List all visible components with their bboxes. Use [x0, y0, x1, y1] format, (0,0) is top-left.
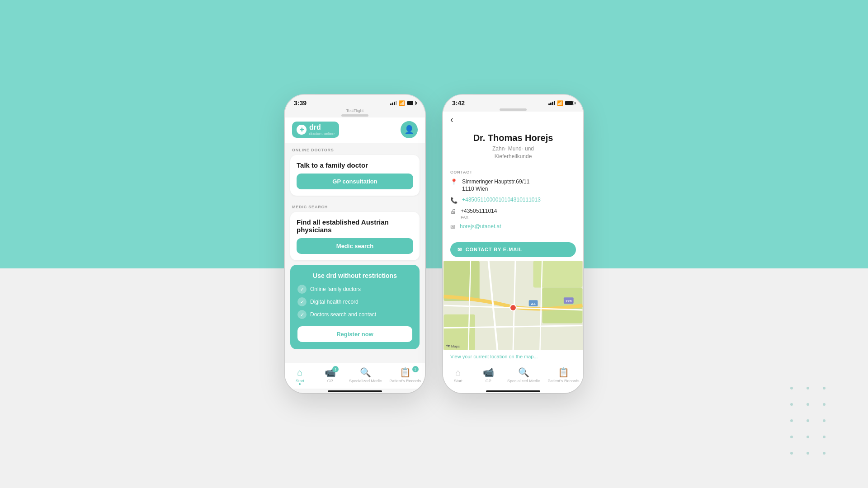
phone-2: 3:42 📶 ‹ Dr. Thomas Horejs Zahn- Mund- u…: [443, 95, 583, 393]
battery-icon-2: [565, 101, 574, 105]
home-indicator-2: [486, 390, 540, 392]
map-background: A4 228 🗺 Maps: [443, 261, 583, 350]
contact-email-button[interactable]: ✉ CONTACT BY E-MAIL: [450, 242, 576, 257]
svg-text:A4: A4: [531, 302, 536, 306]
nav2-specialized[interactable]: 🔍 Specialized Medic: [507, 367, 540, 383]
status-icons-1: 📶: [390, 100, 416, 106]
gp-card: Talk to a family doctor GP consultation: [290, 155, 420, 196]
contact-label: CONTACT: [450, 170, 576, 174]
search-nav-icon-2: 🔍: [518, 367, 529, 378]
testflight-label: TestFlight: [285, 108, 425, 113]
nav-gp-label: GP: [327, 379, 333, 383]
gp-card-title: Talk to a family doctor: [297, 161, 413, 169]
search-nav-icon: 🔍: [360, 367, 371, 378]
email-link[interactable]: horejs@utanet.at: [460, 223, 501, 230]
wifi-icon-2: 📶: [557, 100, 563, 106]
check-icon-3: ✓: [297, 310, 307, 319]
nav2-records-label: Patient's Records: [547, 379, 579, 383]
nav2-specialized-label: Specialized Medic: [507, 379, 540, 383]
notch-2: [443, 108, 583, 112]
active-indicator: [299, 383, 301, 385]
bottom-nav-1: ⌂ Start 📹 1 GP 🔍 Specialized Medic 📋 1 P…: [285, 363, 425, 389]
dot-grid-decoration: [790, 387, 832, 461]
nav-specialized-label: Specialized Medic: [349, 379, 382, 383]
nav-start[interactable]: ⌂ Start: [288, 367, 311, 383]
nav-specialized[interactable]: 🔍 Specialized Medic: [349, 367, 382, 383]
online-doctors-label: ONLINE DOCTORS: [285, 143, 425, 155]
svg-text:🗺 Maps: 🗺 Maps: [446, 344, 460, 348]
status-bar-1: 3:39 📶: [285, 95, 425, 108]
check-icon-1: ✓: [297, 285, 307, 294]
phone-icon: 📞: [450, 197, 458, 204]
nav-gp[interactable]: 📹 1 GP: [319, 367, 341, 383]
nav-records[interactable]: 📋 1 Patient's Records: [389, 367, 421, 383]
fax-row: 🖨 +43505111014 FAX: [450, 207, 576, 220]
doctor-specialty: Zahn- Mund- undKieferheilkunde: [450, 145, 576, 160]
promo-text-1: Online family doctors: [310, 286, 361, 292]
location-icon: 📍: [450, 178, 458, 185]
logo-text-group: drd doctors online: [309, 123, 335, 136]
logo-icon: ✚: [297, 125, 307, 135]
promo-item-2: ✓ Digital health record: [297, 297, 412, 306]
avatar-button[interactable]: 👤: [401, 121, 418, 138]
promo-item-1: ✓ Online family doctors: [297, 285, 412, 294]
email-row: ✉ horejs@utanet.at: [450, 223, 576, 230]
svg-text:228: 228: [566, 299, 572, 303]
email-icon: ✉: [450, 224, 455, 230]
signal-icon: [390, 101, 397, 105]
signal-icon-2: [548, 101, 555, 105]
doctor-name: Dr. Thomas Horejs: [450, 133, 576, 143]
svg-rect-1: [444, 261, 480, 301]
doctor-header: Dr. Thomas Horejs Zahn- Mund- undKieferh…: [443, 128, 583, 167]
logo-sub: doctors online: [309, 131, 335, 136]
medic-search-card: Find all established Austrian physicians…: [290, 212, 420, 260]
home-icon: ⌂: [297, 367, 302, 378]
logo-box: ✚ drd doctors online: [292, 122, 339, 138]
promo-text-3: Doctors search and contact: [310, 311, 376, 318]
check-icon-2: ✓: [297, 297, 307, 306]
gp-badge: 1: [332, 366, 339, 372]
svg-rect-2: [533, 261, 583, 287]
phone-row: 📞 +4350511000010104310111013: [450, 197, 576, 204]
nav2-records[interactable]: 📋 Patient's Records: [547, 367, 579, 383]
promo-item-3: ✓ Doctors search and contact: [297, 310, 412, 319]
nav2-start-label: Start: [454, 379, 462, 383]
time-2: 3:42: [452, 99, 465, 107]
nav2-gp[interactable]: 📹 GP: [477, 367, 500, 383]
app-header: ✚ drd doctors online 👤: [285, 117, 425, 143]
nav-start-label: Start: [296, 379, 304, 383]
battery-icon: [407, 101, 416, 105]
records-badge: 1: [412, 366, 419, 372]
back-button[interactable]: ‹: [450, 114, 453, 125]
promo-text-2: Digital health record: [310, 299, 359, 305]
nav-records-label: Patient's Records: [389, 379, 421, 383]
home-icon-2: ⌂: [455, 367, 461, 378]
map-view-text[interactable]: View your current location on the map...: [443, 350, 583, 363]
gp-consultation-button[interactable]: GP consultation: [297, 174, 413, 189]
phone2-content: ‹ Dr. Thomas Horejs Zahn- Mund- undKiefe…: [443, 112, 583, 393]
time-1: 3:39: [294, 99, 307, 107]
map-svg: A4 228 🗺 Maps: [443, 261, 583, 350]
medic-search-label: MEDIC SEARCH: [285, 200, 425, 212]
promo-card: Use drd without restrictions ✓ Online fa…: [290, 265, 420, 349]
gp-icon-2: 📹: [483, 367, 494, 378]
nav2-start[interactable]: ⌂ Start: [447, 367, 469, 383]
address-row: 📍 Simmeringer Hauptstr.69/111110 Wien: [450, 178, 576, 193]
fax-label: FAX: [461, 215, 497, 220]
notch-1: TestFlight: [285, 108, 425, 117]
main-scroll: ONLINE DOCTORS Talk to a family doctor G…: [285, 143, 425, 363]
email-btn-icon: ✉: [458, 247, 462, 253]
register-button[interactable]: Register now: [297, 326, 412, 342]
phone2-topbar: ‹: [443, 112, 583, 128]
wifi-icon: 📶: [399, 100, 405, 106]
home-indicator-1: [328, 390, 382, 392]
phone-1: 3:39 📶 TestFlight ✚ drd doctors online 👤: [285, 95, 425, 393]
medic-search-button[interactable]: Medic search: [297, 238, 413, 254]
fax-icon: 🖨: [450, 208, 456, 215]
svg-point-15: [510, 305, 516, 311]
map-container[interactable]: A4 228 🗺 Maps: [443, 261, 583, 350]
phone-link[interactable]: +4350511000010104310111013: [462, 197, 541, 203]
logo-text: drd: [309, 123, 335, 131]
medic-card-title: Find all established Austrian physicians: [297, 218, 413, 234]
status-icons-2: 📶: [548, 100, 574, 106]
